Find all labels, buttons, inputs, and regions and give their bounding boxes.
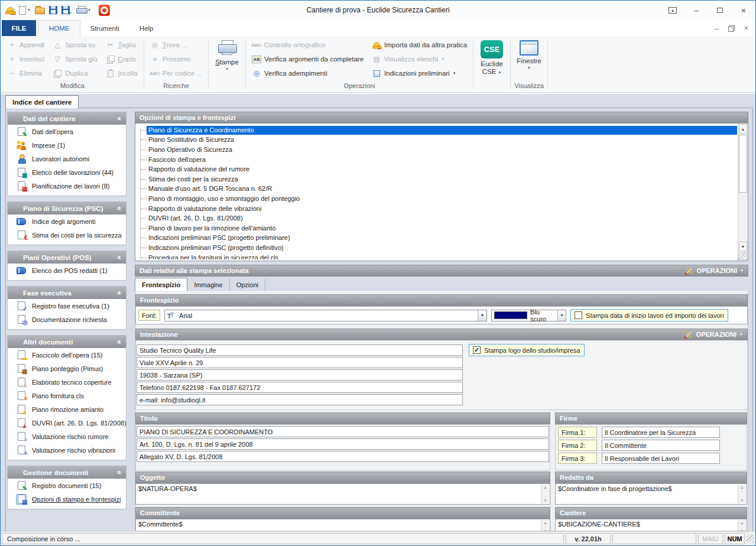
list-item[interactable]: Stima dei costi per la sicurezza: [135, 174, 737, 184]
firma-1-input[interactable]: [602, 427, 720, 438]
close-button[interactable]: ×: [732, 1, 755, 19]
trova-button[interactable]: ◎Trova ...: [146, 38, 206, 52]
font-select[interactable]: TT Arial ▼: [164, 310, 487, 321]
list-item[interactable]: Procedura per la fornitura in sicurezza …: [135, 253, 737, 259]
per-codice-button[interactable]: ABCPer codice ...: [146, 66, 206, 80]
intestazione-field-5[interactable]: [137, 394, 463, 405]
sidebar-item-documentazione-richiesta[interactable]: ◷Documentazione richiesta: [8, 313, 126, 326]
acca-o-icon[interactable]: [99, 5, 110, 16]
section-header[interactable]: Gestione documenti»: [8, 466, 126, 479]
sidebar-item-piano-ponteggio[interactable]: ▦Piano ponteggio (Pimus): [8, 362, 126, 375]
print-button[interactable]: ▼: [76, 6, 91, 14]
operations-button[interactable]: OPERAZIONI▼: [685, 267, 744, 275]
tab-file[interactable]: FILE: [2, 20, 36, 36]
sidebar-item-indice-argomenti[interactable]: Indice degli argomenti: [8, 214, 126, 228]
section-header[interactable]: Dati del cantiere»: [8, 112, 126, 125]
vertical-scrollbar[interactable]: ▲ ▼: [738, 124, 748, 261]
color-select[interactable]: Blu scuro ▼: [491, 310, 566, 321]
sidebar-item-elenco-pos[interactable]: Elenco dei POS redatti (1): [8, 264, 126, 277]
sidebar-item-elenco-lavorazioni[interactable]: ▦Elenco delle lavorazioni (44): [8, 165, 126, 179]
sidebar-item-registro-documenti[interactable]: ✎Registro documenti (15): [8, 479, 126, 492]
copia-button[interactable]: Copia: [102, 52, 142, 66]
collapse-chevron-icon[interactable]: »: [115, 471, 124, 475]
euclide-cse-button[interactable]: CSE EuclideCSE ▼: [475, 38, 508, 76]
sidebar-item-dati-opera[interactable]: ✎Dati dell'opera: [8, 125, 126, 138]
committente-textarea[interactable]: $Committente$ ▲▼: [135, 519, 550, 531]
list-item[interactable]: Piano di montaggio, uso e smontaggio del…: [135, 194, 737, 204]
sidebar-item-stima-costi[interactable]: €Stima dei costi per la sicurezza: [8, 228, 126, 242]
collapse-chevron-icon[interactable]: »: [115, 256, 124, 260]
ribbon-pin-button[interactable]: ▲: [661, 1, 684, 19]
resize-grip[interactable]: [747, 535, 754, 542]
mdi-close-button[interactable]: ×: [744, 24, 748, 32]
scroll-thumb[interactable]: [739, 135, 747, 193]
incolla-button[interactable]: Incolla: [102, 66, 142, 80]
sidebar-item-imprese[interactable]: Imprese (1): [8, 138, 126, 152]
mdi-restore-button[interactable]: [728, 25, 734, 31]
tab-help[interactable]: Help: [129, 20, 164, 36]
taglia-button[interactable]: ✂Taglia: [102, 38, 142, 52]
spinner-arrows[interactable]: ▲▼: [738, 520, 746, 531]
cantiere-textarea[interactable]: $UBICAZIONE-CANTIERE$ ▲▼: [555, 519, 747, 531]
operations-button[interactable]: OPERAZIONI▼: [684, 331, 743, 339]
new-document-button[interactable]: ▼: [19, 6, 31, 15]
sidebar-item-opzioni-stampa[interactable]: ▤Opzioni di stampa e frontespizi: [8, 492, 126, 506]
indicazioni-preliminari-button[interactable]: Indicazioni preliminari▼: [368, 66, 471, 80]
list-item[interactable]: Fascicolo dell'opera: [135, 155, 737, 165]
collapse-chevron-icon[interactable]: »: [115, 207, 124, 211]
stampa-logo-checkbox[interactable]: ✓ Stampa logo dello studio/impresa: [469, 344, 585, 356]
sidebar-item-lavoratori-autonomi[interactable]: Lavoratori autonomi: [8, 152, 126, 165]
maximize-button[interactable]: [708, 1, 732, 19]
list-item[interactable]: Rapporto di valutazione del rumore: [135, 164, 737, 174]
sidebar-item-pianificazione-lavori[interactable]: ▤Pianificazione dei lavori (8): [8, 179, 126, 193]
sidebar-item-rischio-rumore[interactable]: ♪Valutazione rischio rumore: [8, 430, 126, 443]
section-header[interactable]: Altri documenti»: [8, 336, 126, 348]
verifica-adempimenti-button[interactable]: ◎Verifica adempimenti: [248, 66, 368, 80]
prossimo-button[interactable]: »Prossimo: [146, 52, 206, 66]
scroll-up-button[interactable]: ▲: [739, 124, 747, 134]
mdi-minimize-button[interactable]: –: [715, 25, 718, 32]
list-item[interactable]: Indicazioni preliminari PSC (progetto de…: [135, 243, 737, 253]
list-item[interactable]: Indicazioni preliminari PSC (progetto pr…: [135, 233, 737, 243]
tab-immagine[interactable]: Immagine: [187, 279, 229, 291]
collapse-chevron-icon[interactable]: »: [115, 340, 124, 344]
redatto-da-textarea[interactable]: $Coordinatore in fase di progettazione$ …: [555, 483, 747, 505]
finestre-button[interactable]: Finestre ▼: [512, 38, 546, 70]
visualizza-elenchi-button[interactable]: ▤Visualizza elenchi▼: [368, 52, 471, 66]
open-folder-icon[interactable]: [35, 8, 45, 14]
sidebar-item-rimozione-amianto[interactable]: ▲Piano rimozione amianto: [8, 402, 126, 416]
sidebar-item-rischio-vibrazioni[interactable]: ≈Valutazione rischio vibrazioni: [8, 443, 126, 457]
sidebar-item-registro-fase[interactable]: ✓Registro fase esecutiva (1): [8, 299, 126, 313]
appendi-button[interactable]: +Appendi: [3, 38, 48, 52]
list-item[interactable]: Rapporto di valutazione delle vibrazioni: [135, 204, 737, 214]
spinner-arrows[interactable]: ▲▼: [541, 520, 549, 531]
collapse-chevron-icon[interactable]: »: [115, 117, 124, 121]
intestazione-field-4[interactable]: [137, 382, 463, 393]
tab-opzioni[interactable]: Opzioni: [230, 279, 265, 291]
list-item[interactable]: DUVRI (art. 26, D. Lgs. 81/2008): [135, 213, 737, 223]
importa-dati-button[interactable]: Importa dati da altra pratica: [368, 38, 471, 52]
section-header[interactable]: Fase esecutiva»: [8, 287, 126, 299]
controllo-ortografico-button[interactable]: ABCControllo ortografico: [248, 38, 368, 52]
oggetto-textarea[interactable]: $NATURA-OPERA$ ▲▼: [135, 483, 550, 505]
sidebar-item-duvri[interactable]: ▲DUVRI (art. 26, D. Lgs. 81/2008): [8, 416, 126, 430]
stampa-data-checkbox[interactable]: Stampa data di inizio lavori ed importo …: [570, 309, 728, 321]
scroll-down-button[interactable]: ▼: [739, 242, 747, 251]
document-tab-indice-cantiere[interactable]: Indice del cantiere: [5, 95, 79, 108]
list-item[interactable]: Piano di lavoro per la rimozione dell'am…: [135, 223, 737, 233]
stampe-button[interactable]: Stampe ▼: [210, 38, 244, 71]
inserisci-button[interactable]: +Inserisci: [3, 52, 48, 66]
save-icon[interactable]: [49, 6, 57, 14]
list-item[interactable]: Manuale d'uso art. 5 DGR Toscana n. 62/R: [135, 184, 737, 194]
sposta-su-button[interactable]: △Sposta su: [48, 38, 101, 52]
titolo-field-2[interactable]: [137, 438, 549, 450]
list-item[interactable]: Piano Sostitutivo di Sicurezza: [135, 135, 737, 145]
list-item[interactable]: Piano di Sicurezza e Coordinamento: [135, 125, 737, 135]
section-header[interactable]: Piani Operativi (POS)»: [8, 251, 126, 264]
sidebar-item-elaborato-coperture[interactable]: ⌂Elaborato tecnico coperture: [8, 375, 126, 389]
collapse-chevron-icon[interactable]: »: [115, 291, 124, 295]
firma-3-input[interactable]: [602, 453, 720, 464]
intestazione-field-3[interactable]: [137, 369, 463, 381]
section-header[interactable]: Piano di Sicurezza (PSC)»: [8, 202, 126, 214]
save-as-icon[interactable]: ▼: [61, 6, 70, 14]
